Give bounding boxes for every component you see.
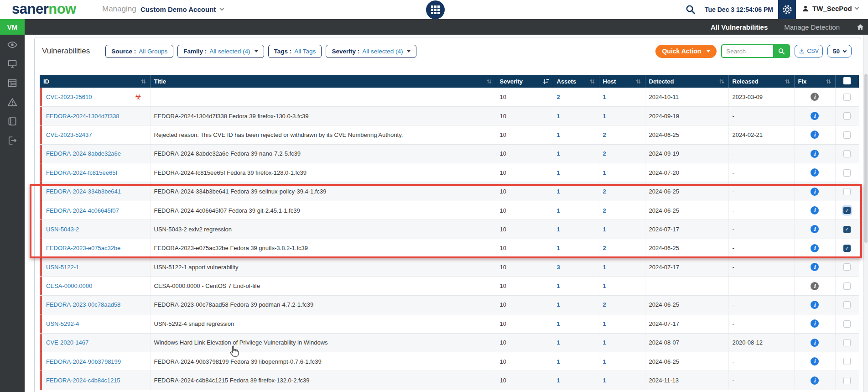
host-count-link[interactable]: 2 [603, 188, 606, 195]
assets-count-link[interactable]: 1 [557, 282, 560, 289]
assets-count-link[interactable]: 1 [557, 207, 560, 214]
row-checkbox[interactable] [843, 150, 851, 157]
vulnerability-id-link[interactable]: FEDORA-2023-e075ac32be [46, 245, 120, 251]
fix-info-icon[interactable]: i [811, 339, 819, 347]
host-count-link[interactable]: 2 [603, 207, 606, 214]
assets-count-link[interactable]: 1 [557, 226, 560, 233]
host-count-link[interactable]: 1 [603, 358, 606, 365]
column-header-fix[interactable]: Fix [794, 75, 835, 88]
fix-info-icon[interactable]: i [811, 112, 819, 120]
host-count-link[interactable]: 1 [603, 282, 606, 289]
settings-gear-icon[interactable] [778, 0, 796, 19]
monitor-icon[interactable] [7, 59, 17, 69]
filter-source-button[interactable]: Source :All Groups [105, 45, 173, 58]
search-input[interactable] [721, 44, 773, 58]
assets-count-link[interactable]: 1 [557, 131, 560, 138]
column-header-id[interactable]: ID [40, 75, 150, 88]
host-count-link[interactable]: 1 [603, 113, 606, 120]
vulnerability-id-link[interactable]: FEDORA-2024-334b3be641 [46, 188, 121, 195]
host-count-link[interactable]: 1 [603, 320, 606, 327]
fix-info-icon[interactable]: i [811, 319, 819, 328]
host-count-link[interactable]: 1 [603, 94, 606, 100]
column-header-released[interactable]: Released [728, 75, 794, 88]
column-header-title[interactable]: Title [150, 75, 496, 88]
alert-icon[interactable] [7, 97, 17, 107]
scrollbar-track[interactable] [863, 35, 868, 392]
filter-family-button[interactable]: Family :All selected (4) [177, 45, 264, 58]
host-count-link[interactable]: 1 [603, 169, 606, 176]
row-checkbox[interactable] [843, 131, 851, 139]
assets-count-link[interactable]: 1 [557, 150, 560, 157]
tab-manage-detection[interactable]: Manage Detection [784, 23, 840, 31]
book-icon[interactable] [7, 116, 17, 126]
host-count-link[interactable]: 1 [603, 377, 606, 384]
csv-export-button[interactable]: CSV [795, 45, 823, 57]
row-checkbox[interactable] [843, 188, 851, 195]
vulnerability-id-link[interactable]: CVE-2023-52437 [46, 131, 92, 138]
row-checkbox[interactable] [843, 94, 851, 101]
fix-info-icon[interactable]: i [811, 188, 819, 196]
row-checkbox[interactable] [843, 263, 851, 271]
row-checkbox[interactable] [843, 320, 851, 328]
column-header-assets[interactable]: Assets [553, 75, 599, 88]
select-all-checkbox[interactable] [843, 77, 851, 84]
host-count-link[interactable]: 1 [603, 339, 606, 346]
sanernow-logo[interactable]: sanernow [12, 1, 76, 17]
tab-all-vulnerabilities[interactable]: All Vulnerabilities [711, 23, 768, 31]
fix-info-icon[interactable]: i [811, 357, 819, 366]
fix-info-icon[interactable]: i [811, 244, 819, 252]
fix-info-icon[interactable]: i [811, 93, 819, 101]
home-icon[interactable] [856, 23, 864, 31]
apps-grid-icon[interactable] [426, 0, 445, 19]
fix-info-icon[interactable]: i [811, 282, 819, 290]
column-header-detected[interactable]: Detected [645, 75, 728, 88]
fix-info-icon[interactable]: i [811, 168, 819, 177]
row-checkbox[interactable]: ✓ [843, 207, 851, 214]
logout-icon[interactable] [7, 136, 17, 146]
row-checkbox[interactable] [843, 112, 851, 120]
assets-count-link[interactable]: 2 [557, 94, 560, 100]
vulnerability-id-link[interactable]: USN-5122-1 [46, 264, 79, 271]
column-header-host[interactable]: Host [599, 75, 645, 88]
host-count-link[interactable]: 1 [603, 226, 606, 233]
vulnerability-id-link[interactable]: FEDORA-2024-4c06645f07 [46, 207, 119, 214]
assets-count-link[interactable]: 1 [557, 188, 560, 195]
vulnerability-id-link[interactable]: CVE-2023-25610 [46, 94, 92, 100]
column-header-severity[interactable]: Severity [496, 75, 553, 88]
filter-tags-button[interactable]: Tags :All Tags [268, 45, 322, 58]
page-size-select[interactable]: 50 [827, 45, 852, 57]
vulnerability-id-link[interactable]: FEDORA-2024-c4b84c1215 [46, 377, 120, 384]
assets-count-link[interactable]: 3 [557, 264, 560, 271]
assets-count-link[interactable]: 1 [557, 245, 560, 251]
vulnerability-id-link[interactable]: USN-5043-2 [46, 226, 79, 233]
scrollbar-thumb[interactable] [864, 74, 868, 243]
assets-count-link[interactable]: 1 [557, 377, 560, 384]
fix-info-icon[interactable]: i [811, 263, 819, 271]
search-button[interactable] [773, 44, 790, 58]
vulnerability-id-link[interactable]: FEDORA-2024-8abde32a6e [46, 150, 121, 157]
host-count-link[interactable]: 2 [603, 150, 606, 157]
row-checkbox[interactable]: ✓ [843, 245, 851, 252]
vulnerability-id-link[interactable]: FEDORA-2024-1304d7f338 [46, 113, 119, 120]
fix-info-icon[interactable]: i [811, 206, 819, 214]
row-checkbox[interactable] [843, 301, 851, 308]
row-checkbox[interactable] [843, 339, 851, 346]
assets-count-link[interactable]: 1 [557, 320, 560, 327]
vulnerability-id-link[interactable]: FEDORA-2024-90b3798199 [46, 358, 121, 365]
fix-info-icon[interactable]: i [811, 225, 819, 233]
vulnerability-id-link[interactable]: USN-5292-4 [46, 320, 79, 327]
assets-count-link[interactable]: 1 [557, 339, 560, 346]
row-checkbox[interactable]: ✓ [843, 226, 851, 233]
vulnerability-id-link[interactable]: FEDORA-2024-fc815ee65f [46, 169, 117, 176]
fix-info-icon[interactable]: i [811, 150, 819, 158]
vulnerability-id-link[interactable]: FEDORA-2023-00c78aad58 [46, 301, 120, 308]
vulnerability-id-link[interactable]: CESA-0000:0000 [46, 282, 92, 289]
row-checkbox[interactable] [843, 169, 851, 177]
host-count-link[interactable]: 2 [603, 131, 606, 138]
eye-icon[interactable] [7, 40, 17, 50]
user-menu[interactable]: TW_SecPod [802, 5, 858, 12]
fix-info-icon[interactable]: i [811, 131, 819, 139]
vulnerability-id-link[interactable]: CVE-2020-1467 [46, 339, 88, 346]
module-badge-vm[interactable]: VM [0, 19, 25, 35]
filter-severity-button[interactable]: Severity :All selected (4) [326, 45, 416, 58]
